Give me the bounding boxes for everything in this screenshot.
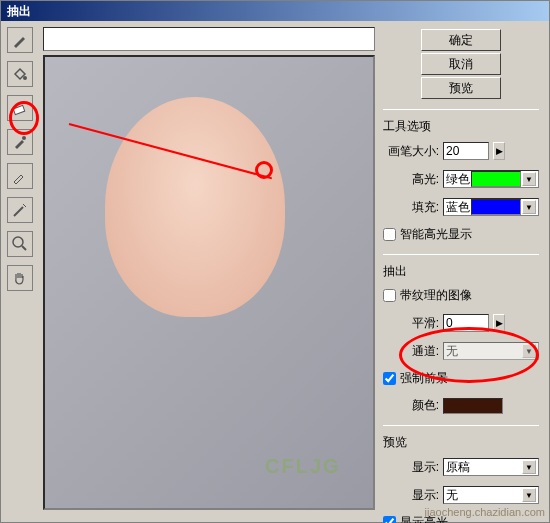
content-area: CFLJG 确定 取消 预览 工具选项 画笔大小: ▶ 高光: 绿色▼ 填充: [1,21,549,522]
fg-color-row: 颜色: [383,397,539,414]
tool-options-title: 工具选项 [383,118,539,135]
preview-button[interactable]: 预览 [421,77,501,99]
fill-select[interactable]: 蓝色▼ [443,198,539,216]
tool-column [1,21,39,522]
preview-title: 预览 [383,434,539,451]
fill-row: 填充: 蓝色▼ [383,198,539,216]
show-value: 原稿 [446,459,470,476]
display-select[interactable]: 无▼ [443,486,539,504]
chevron-down-icon: ▼ [522,460,536,474]
smooth-input[interactable] [443,314,489,332]
fill-label: 填充: [383,199,439,216]
watermark-site: jiaocheng.chazidian.com [425,506,545,518]
svg-line-4 [22,246,26,250]
button-row: 确定 取消 预览 [383,27,539,101]
force-fg-checkbox[interactable] [383,372,396,385]
hand-tool[interactable] [7,265,33,291]
eraser-icon [11,99,29,117]
textured-checkbox[interactable] [383,289,396,302]
window-title: 抽出 [7,4,31,18]
show-select[interactable]: 原稿▼ [443,458,539,476]
eyedropper-tool[interactable] [7,129,33,155]
svg-rect-1 [13,105,24,114]
show-hl-checkbox[interactable] [383,516,396,523]
fg-color-label: 颜色: [383,397,439,414]
svg-point-0 [23,76,27,80]
textured-row: 带纹理的图像 [383,287,539,304]
fill-swatch [471,199,521,215]
display-value: 无 [446,487,458,504]
chevron-down-icon: ▼ [522,172,536,186]
hand-icon [11,269,29,287]
separator [383,425,539,426]
brush-size-label: 画笔大小: [383,143,439,160]
smart-highlight-row: 智能高光显示 [383,226,539,243]
zoom-tool[interactable] [7,231,33,257]
highlight-row: 高光: 绿色▼ [383,170,539,188]
display-label: 显示: [383,487,439,504]
channel-row: 通道: 无▼ [383,342,539,360]
highlight-value: 绿色 [446,171,470,188]
fill-value: 蓝色 [446,199,470,216]
edge-icon [11,201,29,219]
eraser-tool[interactable] [7,95,33,121]
image-content [105,97,285,317]
force-fg-row: 强制前景 [383,370,539,387]
separator [383,254,539,255]
fill-icon [11,65,29,83]
titlebar: 抽出 [1,1,549,21]
display-row: 显示: 无▼ [383,486,539,504]
brush-size-input[interactable] [443,142,489,160]
smooth-row: 平滑: ▶ [383,314,539,332]
cleanup-icon [11,167,29,185]
highlight-swatch [471,171,521,187]
highlight-select[interactable]: 绿色▼ [443,170,539,188]
cancel-button[interactable]: 取消 [421,53,501,75]
brush-size-row: 画笔大小: ▶ [383,142,539,160]
cleanup-tool[interactable] [7,163,33,189]
channel-select[interactable]: 无▼ [443,342,539,360]
smart-highlight-label: 智能高光显示 [400,226,472,243]
force-fg-label: 强制前景 [400,370,448,387]
watermark-logo: CFLJG [265,455,341,478]
chevron-down-icon: ▼ [522,344,536,358]
preview-column: CFLJG [39,21,379,522]
marker-tool[interactable] [7,27,33,53]
highlight-label: 高光: [383,171,439,188]
eyedropper-icon [11,133,29,151]
show-label: 显示: [383,459,439,476]
smart-highlight-checkbox[interactable] [383,228,396,241]
fg-color-swatch[interactable] [443,398,503,414]
smooth-stepper[interactable]: ▶ [493,314,505,332]
extract-dialog: 抽出 CFLJG 确定 取消 预览 [0,0,550,523]
options-column: 确定 取消 预览 工具选项 画笔大小: ▶ 高光: 绿色▼ 填充: 蓝色▼ 智能 [379,21,549,522]
smooth-label: 平滑: [383,315,439,332]
chevron-down-icon: ▼ [522,488,536,502]
edge-tool[interactable] [7,197,33,223]
thumbnail-bar[interactable] [43,27,375,51]
image-preview[interactable]: CFLJG [43,55,375,510]
textured-label: 带纹理的图像 [400,287,472,304]
ok-button[interactable]: 确定 [421,29,501,51]
fill-tool[interactable] [7,61,33,87]
show-row: 显示: 原稿▼ [383,458,539,476]
chevron-down-icon: ▼ [522,200,536,214]
brush-size-stepper[interactable]: ▶ [493,142,505,160]
marker-icon [11,31,29,49]
channel-value: 无 [446,343,458,360]
channel-label: 通道: [383,343,439,360]
extract-title: 抽出 [383,263,539,280]
svg-point-3 [13,237,23,247]
svg-point-2 [22,136,26,140]
zoom-icon [11,235,29,253]
separator [383,109,539,110]
